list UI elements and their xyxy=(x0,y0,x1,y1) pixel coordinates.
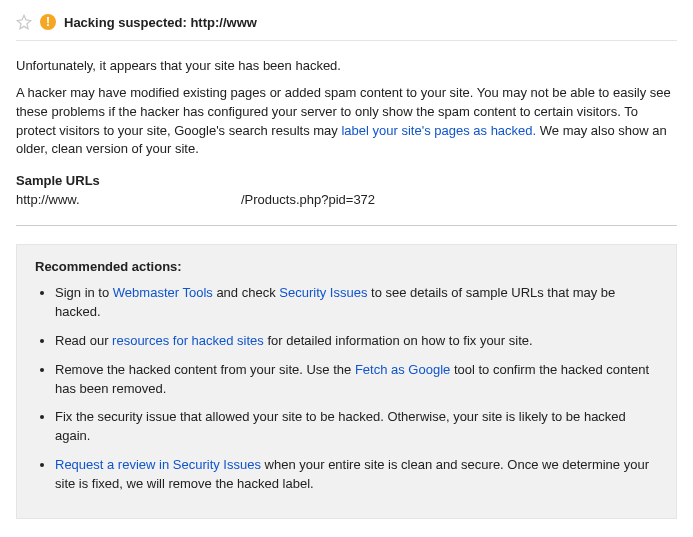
divider xyxy=(16,225,677,226)
recommended-actions-box: Recommended actions: Sign in to Webmaste… xyxy=(16,244,677,519)
text: Sign in to xyxy=(55,285,113,300)
list-item: Sign in to Webmaster Tools and check Sec… xyxy=(55,284,658,322)
sample-urls-heading: Sample URLs xyxy=(16,173,677,188)
text: Remove the hacked content from your site… xyxy=(55,362,355,377)
message-title: Hacking suspected: http://www xyxy=(64,15,257,30)
sample-url-path: /Products.php?pid=372 xyxy=(241,192,375,207)
intro-text: Unfortunately, it appears that your site… xyxy=(16,57,677,76)
text: Read our xyxy=(55,333,112,348)
list-item: Request a review in Security Issues when… xyxy=(55,456,658,494)
list-item: Read our resources for hacked sites for … xyxy=(55,332,658,351)
sample-url-host: http://www. xyxy=(16,192,241,207)
message-header: ! Hacking suspected: http://www xyxy=(16,14,677,41)
request-review-link[interactable]: Request a review in Security Issues xyxy=(55,457,261,472)
text: for detailed information on how to fix y… xyxy=(264,333,533,348)
label-pages-link[interactable]: label your site's pages as hacked. xyxy=(341,123,536,138)
sample-url-row: http://www. /Products.php?pid=372 xyxy=(16,192,677,207)
list-item: Fix the security issue that allowed your… xyxy=(55,408,658,446)
hacked-sites-resources-link[interactable]: resources for hacked sites xyxy=(112,333,264,348)
webmaster-tools-link[interactable]: Webmaster Tools xyxy=(113,285,213,300)
recommended-actions-heading: Recommended actions: xyxy=(35,259,658,274)
star-icon[interactable] xyxy=(16,14,32,30)
recommended-actions-list: Sign in to Webmaster Tools and check Sec… xyxy=(35,284,658,494)
warning-icon: ! xyxy=(40,14,56,30)
security-issues-link[interactable]: Security Issues xyxy=(279,285,367,300)
text: and check xyxy=(213,285,280,300)
list-item: Remove the hacked content from your site… xyxy=(55,361,658,399)
fetch-as-google-link[interactable]: Fetch as Google xyxy=(355,362,450,377)
body-text: A hacker may have modified existing page… xyxy=(16,84,677,159)
